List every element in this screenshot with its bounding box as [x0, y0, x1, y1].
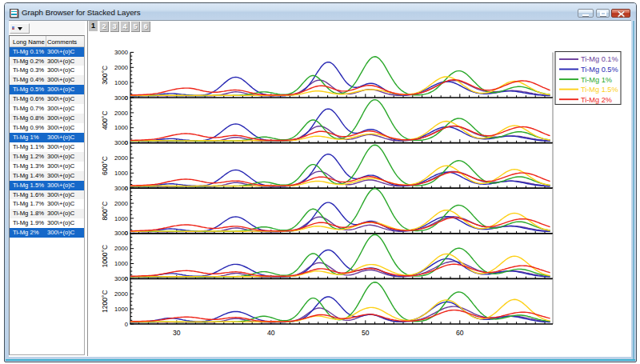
- svg-text:1000: 1000: [114, 170, 128, 177]
- svg-text:Ti-Mg 2%: Ti-Mg 2%: [581, 96, 612, 104]
- svg-text:1000: 1000: [114, 215, 128, 222]
- svg-text:50: 50: [362, 329, 370, 337]
- svg-text:1000°C: 1000°C: [101, 245, 109, 268]
- svg-text:0: 0: [125, 321, 128, 328]
- svg-text:Ti-Mg 1.5%: Ti-Mg 1.5%: [581, 86, 618, 94]
- svg-text:1000: 1000: [114, 79, 128, 86]
- svg-text:600°C: 600°C: [101, 156, 109, 175]
- svg-text:Ti-Mg 0.1%: Ti-Mg 0.1%: [581, 55, 618, 63]
- svg-text:3000: 3000: [114, 185, 128, 192]
- svg-text:2000: 2000: [114, 64, 128, 71]
- svg-text:Ti-Mg 0.5%: Ti-Mg 0.5%: [581, 66, 618, 74]
- svg-text:2000: 2000: [114, 110, 128, 117]
- svg-text:1200°C: 1200°C: [101, 290, 109, 313]
- svg-text:Ti-Mg 1%: Ti-Mg 1%: [581, 76, 612, 84]
- svg-text:2000: 2000: [114, 154, 128, 162]
- svg-text:800°C: 800°C: [101, 202, 109, 221]
- svg-text:2000: 2000: [114, 290, 128, 298]
- svg-text:2000: 2000: [114, 245, 128, 252]
- svg-text:1000: 1000: [114, 260, 128, 267]
- svg-text:3000: 3000: [114, 94, 128, 102]
- svg-text:300°C: 300°C: [101, 66, 109, 85]
- svg-text:3000: 3000: [114, 230, 128, 237]
- svg-text:3000: 3000: [114, 49, 128, 56]
- svg-text:1000: 1000: [114, 306, 128, 313]
- svg-text:30: 30: [173, 329, 181, 337]
- svg-text:2000: 2000: [114, 200, 128, 207]
- svg-text:3000: 3000: [114, 139, 128, 146]
- svg-text:3000: 3000: [114, 275, 128, 282]
- svg-text:60: 60: [456, 329, 464, 337]
- svg-text:40: 40: [267, 329, 275, 337]
- svg-text:400°C: 400°C: [101, 110, 109, 130]
- svg-text:1000: 1000: [114, 124, 128, 131]
